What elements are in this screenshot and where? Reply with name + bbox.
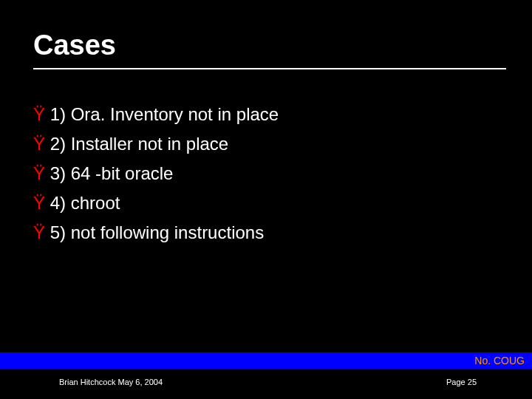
bullet-list: Ÿ 1) Ora. Inventory not in place Ÿ 2) In… — [33, 100, 279, 248]
list-item: Ÿ 4) chroot — [33, 188, 279, 218]
org-label: No. COUG — [474, 355, 525, 366]
bullet-icon: Ÿ — [33, 163, 45, 183]
list-item-text: 2) Installer not in place — [50, 134, 228, 154]
footer-author: Brian Hitchcock May 6, 2004 — [59, 378, 163, 386]
title-underline — [33, 68, 506, 69]
bullet-icon: Ÿ — [33, 104, 45, 124]
list-item: Ÿ 2) Installer not in place — [33, 129, 279, 159]
slide-title: Cases — [33, 30, 116, 61]
list-item-text: 3) 64 -bit oracle — [50, 163, 174, 183]
footer-bar: No. COUG — [0, 352, 532, 369]
bullet-icon: Ÿ — [33, 134, 45, 154]
list-item-text: 5) not following instructions — [50, 222, 264, 242]
bullet-icon: Ÿ — [33, 222, 45, 242]
bullet-icon: Ÿ — [33, 193, 45, 213]
slide: Cases Ÿ 1) Ora. Inventory not in place Ÿ… — [0, 0, 532, 399]
list-item-text: 4) chroot — [50, 193, 120, 213]
list-item: Ÿ 1) Ora. Inventory not in place — [33, 100, 279, 129]
list-item: Ÿ 5) not following instructions — [33, 218, 279, 248]
list-item-text: 1) Ora. Inventory not in place — [50, 104, 279, 124]
footer: Brian Hitchcock May 6, 2004 Page 25 — [0, 373, 532, 395]
list-item: Ÿ 3) 64 -bit oracle — [33, 159, 279, 188]
footer-page: Page 25 — [446, 378, 477, 386]
